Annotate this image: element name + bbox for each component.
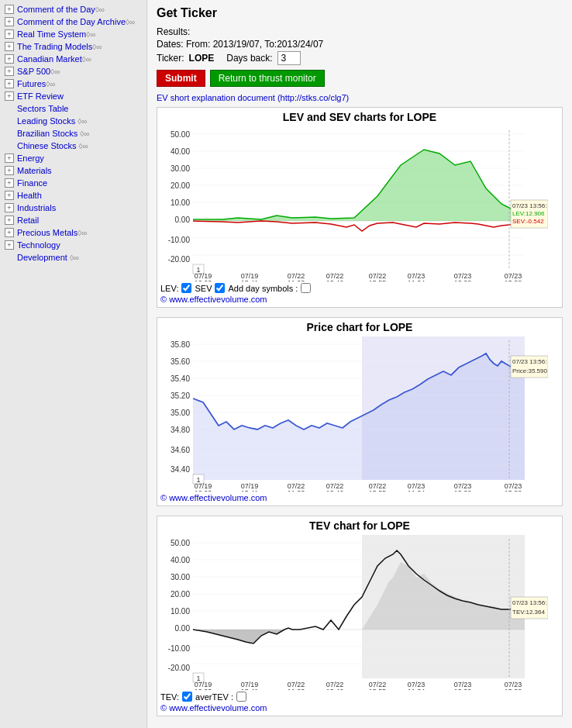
svg-text:35.40: 35.40 <box>171 374 190 383</box>
sidebar-item-finance[interactable]: + Finance <box>0 177 146 189</box>
sidebar-label: Canadian Market <box>17 54 82 64</box>
lev-sev-chart-container: LEV and SEV charts for LOPE 50.00 40.00 … <box>157 107 563 308</box>
sev-checkbox[interactable] <box>215 283 225 293</box>
price-chart-area: 35.80 35.60 35.40 35.20 35.00 34.80 34.6… <box>160 336 559 492</box>
svg-text:34.40: 34.40 <box>171 465 190 474</box>
sidebar-item-etf-review[interactable]: + ETF Review <box>0 90 146 102</box>
sidebar-label: Chinese Stocks <box>17 141 76 150</box>
sidebar-label: Health <box>17 191 42 200</box>
svg-text:15:55: 15:55 <box>369 489 387 492</box>
svg-text:-20.00: -20.00 <box>168 664 191 672</box>
chart2-copyright: © www.effectivevolume.com <box>160 493 559 502</box>
sidebar-label: Real Time System <box>17 29 86 39</box>
svg-text:30.00: 30.00 <box>171 573 190 581</box>
sidebar-item-energy[interactable]: + Energy <box>0 152 146 164</box>
plus-icon: + <box>5 29 14 39</box>
sidebar-label: ETF Review <box>17 91 64 101</box>
svg-text:50.00: 50.00 <box>171 539 190 547</box>
tev-checkbox[interactable] <box>182 692 192 702</box>
sidebar-item-precious-metals[interactable]: + Precious Metals ◊∞ <box>0 226 146 239</box>
svg-text:11:24: 11:24 <box>408 688 426 690</box>
svg-text:0.00: 0.00 <box>175 624 191 633</box>
svg-text:0.00: 0.00 <box>175 216 191 224</box>
plus-icon: + <box>5 54 14 64</box>
chart3-controls: TEV: averTEV : <box>160 692 559 702</box>
plus-icon: + <box>5 203 14 212</box>
sidebar-item-comment-archive[interactable]: + Comment of the Day Archive ◊∞ <box>0 16 146 28</box>
plus-icon: + <box>5 240 14 250</box>
plus-icon: + <box>5 166 14 175</box>
plus-icon: + <box>5 17 14 26</box>
sidebar-sub: ◊∞ <box>78 117 87 126</box>
sidebar-item-futures[interactable]: + Futures ◊∞ <box>0 78 146 90</box>
tev-chart-area: 50.00 40.00 30.00 20.00 10.00 0.00 -10.0… <box>160 535 559 690</box>
sidebar-item-health[interactable]: + Health <box>0 189 146 202</box>
svg-text:15:55: 15:55 <box>369 279 387 281</box>
svg-text:20.00: 20.00 <box>171 590 190 599</box>
sidebar-item-industrials[interactable]: + Industrials <box>0 202 146 214</box>
ticker-row: Ticker: LOPE Days back: 3 <box>157 51 563 65</box>
tev-label: TEV: <box>160 692 179 702</box>
plus-icon: + <box>5 154 14 163</box>
chart3-copyright: © www.effectivevolume.com <box>160 703 559 712</box>
submit-button[interactable]: Submit <box>157 70 205 87</box>
sidebar-sub: ◊∞ <box>95 5 105 14</box>
svg-text:-10.00: -10.00 <box>168 236 191 244</box>
svg-text:LEV:12.906: LEV:12.906 <box>512 210 545 217</box>
sidebar-item-brazilian-stocks[interactable]: Brazilian Stocks ◊∞ <box>0 127 146 140</box>
sidebar-sub: ◊∞ <box>126 18 135 26</box>
sidebar-label: Precious Metals <box>17 228 78 237</box>
lev-label: LEV: <box>160 284 178 293</box>
svg-text:12:23: 12:23 <box>195 489 212 492</box>
svg-text:15:41: 15:41 <box>241 688 259 690</box>
svg-text:13:46: 13:46 <box>326 688 344 690</box>
sidebar-item-comment-day[interactable]: + Comment of the Day ◊∞ <box>0 3 146 16</box>
addsym-checkbox[interactable] <box>301 283 311 293</box>
sidebar-label: Industrials <box>17 203 56 212</box>
sidebar-label: Comment of the Day Archive <box>17 17 126 26</box>
sidebar-label: Development <box>17 253 67 262</box>
sidebar-item-canadian-market[interactable]: + Canadian Market ◊∞ <box>0 53 146 65</box>
svg-text:34.60: 34.60 <box>171 446 190 454</box>
sidebar-item-technology[interactable]: + Technology <box>0 239 146 251</box>
sidebar-item-sectors-table[interactable]: Sectors Table <box>0 102 146 115</box>
svg-text:20.00: 20.00 <box>171 181 190 190</box>
plus-icon: + <box>5 178 14 188</box>
sev-label: SEV <box>195 284 212 293</box>
svg-text:50.00: 50.00 <box>171 130 190 139</box>
svg-text:15:38: 15:38 <box>505 279 522 281</box>
svg-text:11:24: 11:24 <box>408 489 426 492</box>
svg-text:15:41: 15:41 <box>241 279 259 281</box>
sidebar-sub: ◊∞ <box>92 43 102 51</box>
plus-icon: + <box>5 42 14 51</box>
lev-checkbox[interactable] <box>181 283 191 293</box>
svg-text:35.20: 35.20 <box>171 392 190 400</box>
price-chart-title: Price chart for LOPE <box>160 321 559 333</box>
svg-text:13:46: 13:46 <box>326 489 344 492</box>
sidebar-item-trading-models[interactable]: + The Trading Models ◊∞ <box>0 40 146 53</box>
sidebar-label: Retail <box>17 216 39 225</box>
svg-text:Price:35.590: Price:35.590 <box>512 367 547 374</box>
tev-chart-container: TEV chart for LOPE 50.00 40.00 30.00 20.… <box>157 516 563 716</box>
sidebar-item-chinese-stocks[interactable]: Chinese Stocks ◊∞ <box>0 140 146 152</box>
sidebar-sub: ◊∞ <box>70 254 79 262</box>
avertev-checkbox[interactable] <box>236 692 246 702</box>
sidebar-item-real-time[interactable]: + Real Time System ◊∞ <box>0 28 146 40</box>
sidebar-item-materials[interactable]: + Materials <box>0 164 146 177</box>
button-row: Submit Return to thrust monitor <box>157 70 563 87</box>
plus-icon: + <box>5 191 14 200</box>
return-button[interactable]: Return to thrust monitor <box>210 70 325 87</box>
sidebar-item-sp500[interactable]: + S&P 500 ◊∞ <box>0 65 146 78</box>
sidebar-label: S&P 500 <box>17 67 50 76</box>
sidebar-item-retail[interactable]: + Retail <box>0 214 146 226</box>
ev-doc-link[interactable]: EV short explanation document (http://st… <box>157 93 563 102</box>
svg-text:07/23 13:56:: 07/23 13:56: <box>512 599 546 606</box>
dates-info: Dates: From: 2013/19/07, To:2013/24/07 <box>157 39 563 50</box>
avertev-label: averTEV : <box>195 692 233 702</box>
sidebar-item-leading-stocks[interactable]: Leading Stocks ◊∞ <box>0 115 146 127</box>
svg-text:07/23 13:56:: 07/23 13:56: <box>512 202 546 209</box>
ticker-label: Ticker: <box>157 53 184 64</box>
sidebar-item-development[interactable]: Development ◊∞ <box>0 251 146 264</box>
chart1-copyright: © www.effectivevolume.com <box>160 295 559 304</box>
svg-text:SEV:-0.542: SEV:-0.542 <box>512 218 544 225</box>
